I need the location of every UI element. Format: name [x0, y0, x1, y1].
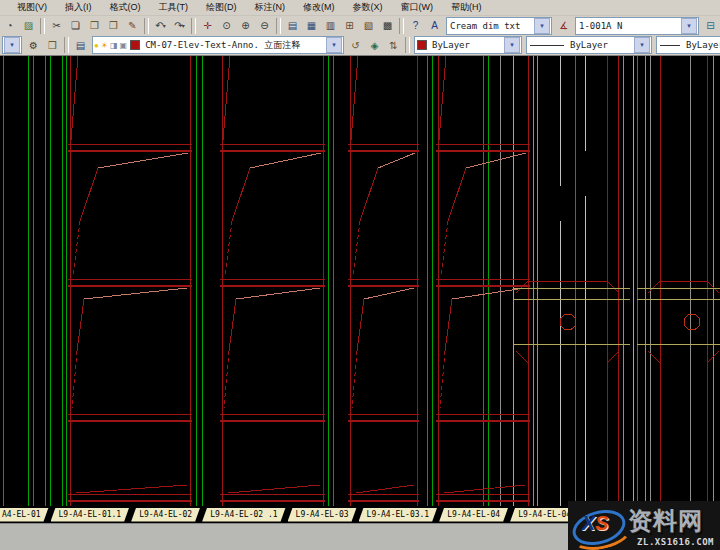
zoom-realtime-icon[interactable]: ⊙ — [217, 17, 236, 35]
paste-block-icon: ❒ — [109, 20, 118, 31]
menu-item-视图[interactable]: 视图(V) — [8, 0, 56, 15]
linetype-select-value: ByLayer — [567, 40, 633, 50]
menu-item-窗口[interactable]: 窗口(W) — [392, 0, 443, 15]
color-swatch — [417, 40, 427, 50]
cad-application-window: 视图(V)插入(I)格式(O)工具(T)绘图(D)标注(N)修改(M)参数(X)… — [0, 0, 720, 550]
menu-item-标注[interactable]: 标注(N) — [246, 0, 295, 15]
sheet-tab-L9-A4-EL-03.1[interactable]: L9-A4-EL-03.1 — [359, 508, 438, 522]
redo-icon[interactable]: ↷▾ — [170, 17, 189, 35]
paste-icon: ❐ — [90, 20, 99, 31]
layer-select[interactable]: ●☀◨▣CM-07-Elev-Text-Anno. 立面注释▾ — [92, 36, 344, 54]
workspace-select-arrow[interactable]: ▾ — [2, 36, 22, 54]
drawing-canvas[interactable] — [0, 56, 720, 506]
match-properties-icon[interactable]: ✎ — [123, 17, 142, 35]
publish-icon: ❒ — [48, 40, 57, 51]
dim-style-icon[interactable]: ∡ — [554, 17, 573, 35]
view-icon[interactable]: ◔ — [0, 17, 19, 35]
tool-palettes-icon[interactable]: ▥ — [321, 17, 340, 35]
sheet-tab-L9-A4-EL-02[interactable]: L9-A4-EL-02 — [131, 508, 200, 522]
layer-properties-manager-icon: ▤ — [76, 40, 85, 51]
dim-style-select-value: 1-001A N — [576, 21, 680, 31]
toolbar-separator — [276, 18, 281, 34]
combo-arrow-icon[interactable]: ▾ — [634, 37, 650, 53]
layer-states-icon: ◈ — [371, 40, 379, 51]
settings-icon[interactable]: ⚙ — [24, 36, 43, 54]
paste-icon[interactable]: ❐ — [85, 17, 104, 35]
zoom-previous-icon: ⊖ — [260, 20, 268, 31]
zoom-window-icon[interactable]: ⊕ — [236, 17, 255, 35]
sheet-tab-L9-A4-EL-02 .1[interactable]: L9-A4-EL-02 .1 — [202, 508, 285, 522]
sheet-tab-L9-A4-EL-04[interactable]: L9-A4-EL-04 — [439, 508, 508, 522]
layer-properties-manager-icon[interactable]: ▤ — [71, 36, 90, 54]
color-select-value: ByLayer — [429, 40, 503, 50]
zoom-window-icon: ⊕ — [241, 20, 249, 31]
combo-arrow-icon[interactable]: ▾ — [326, 37, 342, 53]
render-icon[interactable]: ▨ — [19, 17, 38, 35]
calculator-icon: ▩ — [383, 20, 392, 31]
settings-icon: ⚙ — [29, 40, 38, 51]
tool-palettes-icon: ▥ — [326, 20, 335, 31]
layer-states-icon[interactable]: ◈ — [365, 36, 384, 54]
text-style-icon: A — [431, 20, 438, 31]
sheet-tab-L9-A4-EL-03[interactable]: L9-A4-EL-03 — [288, 508, 357, 522]
copy-icon[interactable]: ❏ — [66, 17, 85, 35]
layer-color-swatch — [130, 40, 140, 50]
paste-block-icon[interactable]: ❒ — [104, 17, 123, 35]
layer-vp-freeze-icon[interactable]: ◨ — [110, 41, 118, 50]
dim-style-select[interactable]: 1-001A N▾ — [575, 17, 699, 35]
properties-palette-icon[interactable]: ▤ — [283, 17, 302, 35]
help-icon: ? — [413, 20, 419, 31]
table-style-icon[interactable]: ⊟ — [701, 17, 720, 35]
design-center-icon[interactable]: ▦ — [302, 17, 321, 35]
text-style-select[interactable]: Cream dim txt▾ — [446, 17, 552, 35]
copy-icon: ❏ — [71, 20, 80, 31]
menu-item-格式[interactable]: 格式(O) — [101, 0, 150, 15]
sheet-tab-A4-EL-01[interactable]: A4-EL-01 — [0, 508, 49, 522]
layer-lock-icon[interactable]: ▣ — [120, 41, 128, 50]
toolbar-separator — [191, 18, 196, 34]
dropdown-arrow-icon[interactable]: ▾ — [163, 22, 166, 29]
sheet-set-icon: ⊞ — [345, 20, 353, 31]
menu-item-插入[interactable]: 插入(I) — [56, 0, 101, 15]
menu-item-帮助[interactable]: 帮助(H) — [442, 0, 491, 15]
publish-icon[interactable]: ❒ — [43, 36, 62, 54]
table-style-icon: ⊟ — [706, 20, 714, 31]
help-icon[interactable]: ? — [406, 17, 425, 35]
sheet-set-icon[interactable]: ⊞ — [340, 17, 359, 35]
watermark-site-url: ZL.XS1616.COM — [637, 537, 714, 547]
markup-icon[interactable]: ▧ — [359, 17, 378, 35]
zoom-realtime-icon: ⊙ — [222, 20, 230, 31]
combo-arrow-icon[interactable]: ▾ — [4, 37, 20, 53]
text-style-icon[interactable]: A — [425, 17, 444, 35]
zoom-previous-icon[interactable]: ⊖ — [255, 17, 274, 35]
linetype-select[interactable]: ByLayer▾ — [526, 36, 652, 54]
layer-thaw-sun-icon[interactable]: ☀ — [101, 41, 108, 50]
watermark: XS 资料网 ZL.XS1616.COM — [568, 501, 720, 550]
menu-item-工具[interactable]: 工具(T) — [150, 0, 198, 15]
lineweight-select[interactable]: ByLayer▾ — [656, 36, 720, 54]
sheet-tab-L9-A4-EL-01.1[interactable]: L9-A4-EL-01.1 — [51, 508, 130, 522]
menu-item-修改[interactable]: 修改(M) — [294, 0, 344, 15]
layer-on-bulb-icon[interactable]: ● — [94, 41, 99, 50]
menubar: 视图(V)插入(I)格式(O)工具(T)绘图(D)标注(N)修改(M)参数(X)… — [0, 0, 720, 16]
combo-arrow-icon[interactable]: ▾ — [534, 18, 550, 34]
layer-isolate-icon[interactable]: ⇅ — [384, 36, 403, 54]
linetype-sample — [530, 45, 564, 46]
color-select[interactable]: ByLayer▾ — [414, 36, 522, 54]
undo-icon[interactable]: ↶▾ — [151, 17, 170, 35]
combo-arrow-icon[interactable]: ▾ — [504, 37, 520, 53]
layer-isolate-icon: ⇅ — [389, 40, 397, 51]
menu-item-绘图[interactable]: 绘图(D) — [197, 0, 246, 15]
dropdown-arrow-icon[interactable]: ▾ — [182, 22, 185, 29]
toolbar-separator — [399, 18, 404, 34]
toolbar-separator — [144, 18, 149, 34]
combo-arrow-icon[interactable]: ▾ — [681, 18, 697, 34]
menu-item-参数[interactable]: 参数(X) — [344, 0, 392, 15]
layer-previous-icon[interactable]: ↺ — [346, 36, 365, 54]
cut-icon[interactable]: ✂ — [47, 17, 66, 35]
pan-icon[interactable]: ✛ — [198, 17, 217, 35]
toolbar-separator — [64, 37, 69, 53]
watermark-logo-text: XS — [582, 513, 609, 533]
calculator-icon[interactable]: ▩ — [378, 17, 397, 35]
render-icon: ▨ — [24, 20, 33, 31]
